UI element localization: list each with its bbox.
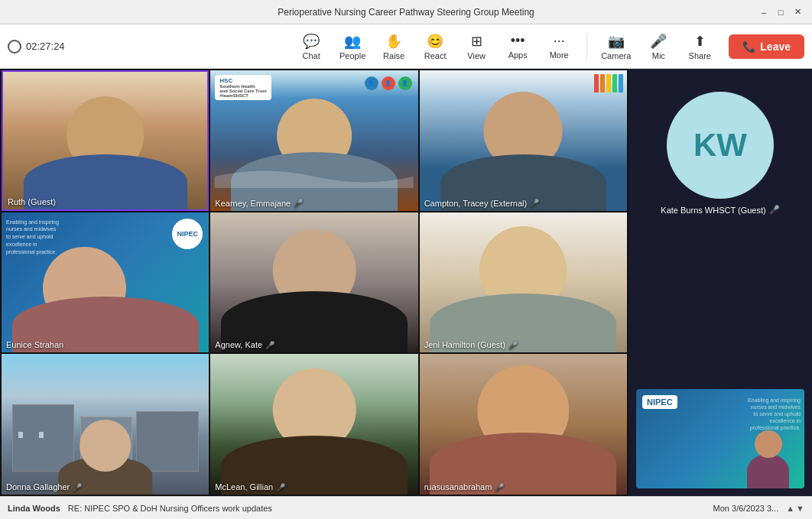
timer-display: 02:27:24 <box>26 41 65 52</box>
video-cell-campton: Campton, Tracey (External) 🎤 <box>420 70 627 211</box>
meeting-timer: 02:27:24 <box>8 40 65 54</box>
video-cell-ruasusana: ruasusanabraham 🎤 <box>420 354 627 495</box>
video-cell-agnew: Agnew, Kate 🎤 <box>210 212 417 353</box>
react-button[interactable]: 😊 React <box>415 28 455 66</box>
title-bar: Perioperative Nursing Career Pathway Ste… <box>0 0 812 24</box>
window-controls: – □ ✕ <box>758 7 803 18</box>
video-area: Ruth (Guest) HSC Southern Healthand Soci… <box>0 69 812 496</box>
view-button[interactable]: ⊞ View <box>456 28 496 66</box>
apps-label: Apps <box>508 50 528 60</box>
video-cell-ruth: Ruth (Guest) <box>2 70 209 211</box>
mic-indicator-agnew: 🎤 <box>265 341 274 349</box>
raise-label: Raise <box>383 51 404 60</box>
mic-button[interactable]: 🎤 Mic <box>638 28 678 66</box>
status-subject: RE: NIPEC SPO & DoH Nursing Officers wor… <box>68 504 706 513</box>
window-title: Perioperative Nursing Career Pathway Ste… <box>278 7 534 18</box>
close-button[interactable]: ✕ <box>792 7 803 18</box>
right-panel: KW Kate Burns WHSCT (Guest) 🎤 NIPEC Enab… <box>628 69 812 496</box>
people-button[interactable]: 👥 People <box>333 28 372 66</box>
mic-icon: 🎤 <box>650 33 667 50</box>
video-cell-jeni: Jeni Hamilton (Guest) 🎤 <box>420 212 627 353</box>
participant-label-donna: Donna.Gallagher 🎤 <box>6 482 82 491</box>
chat-icon: 💬 <box>303 33 320 50</box>
leave-label: Leave <box>760 41 791 53</box>
status-date: Mon 3/6/2023 3... <box>713 504 779 513</box>
participant-label-campton: Campton, Tracey (External) 🎤 <box>424 199 540 208</box>
mic-label: Mic <box>652 51 665 60</box>
react-icon: 😊 <box>427 33 443 50</box>
view-label: View <box>467 51 486 60</box>
status-next-arrow[interactable]: ▼ <box>796 504 804 513</box>
video-cell-donna: Donna.Gallagher 🎤 <box>2 354 209 495</box>
apps-button[interactable]: ••• Apps <box>498 28 538 66</box>
people-icon: 👥 <box>344 33 361 50</box>
raise-icon: ✋ <box>385 33 402 50</box>
video-grid: Ruth (Guest) HSC Southern Healthand Soci… <box>0 69 628 496</box>
mic-indicator-mclean: 🎤 <box>276 483 285 491</box>
status-arrows: ▲ ▼ <box>786 504 804 513</box>
mic-indicator-ruasusana: 🎤 <box>495 483 504 491</box>
maximize-button[interactable]: □ <box>775 7 786 18</box>
raise-button[interactable]: ✋ Raise <box>374 28 414 66</box>
kw-avatar: KW <box>667 92 774 199</box>
video-cell-kearney: HSC Southern Healthand Social Care Trust… <box>210 70 417 211</box>
participant-label-agnew: Agnew, Kate 🎤 <box>215 340 274 349</box>
chat-button[interactable]: 💬 Chat <box>291 28 331 66</box>
participant-label-ruasusana: ruasusanabraham 🎤 <box>424 482 505 491</box>
timer-icon <box>8 40 21 54</box>
view-icon: ⊞ <box>471 33 482 50</box>
chat-label: Chat <box>303 51 320 60</box>
status-bar: Linda Woods RE: NIPEC SPO & DoH Nursing … <box>0 496 812 519</box>
share-icon: ⬆ <box>694 33 706 50</box>
react-label: React <box>424 51 447 60</box>
more-icon: ··· <box>554 33 565 49</box>
video-cell-mclean: McLean, Gillian 🎤 <box>210 354 417 495</box>
presenter-nipec-logo: NIPEC <box>642 395 677 409</box>
mic-indicator-donna: 🎤 <box>73 483 82 491</box>
mic-indicator-kearney: 🎤 <box>294 199 303 207</box>
more-label: More <box>550 50 569 60</box>
share-label: Share <box>689 51 711 60</box>
apps-icon: ••• <box>511 33 525 49</box>
status-prev-arrow[interactable]: ▲ <box>786 504 794 513</box>
share-button[interactable]: ⬆ Share <box>680 28 719 66</box>
participant-label-mclean: McLean, Gillian 🎤 <box>215 482 285 491</box>
participant-label-ruth: Ruth (Guest) <box>8 197 56 206</box>
kw-participant-label: Kate Burns WHSCT (Guest) 🎤 <box>661 205 779 215</box>
phone-end-icon: 📞 <box>742 41 755 53</box>
participant-label-eunice: Eunice Strahan <box>6 340 63 349</box>
leave-button[interactable]: 📞 Leave <box>729 34 804 59</box>
mic-indicator-campton: 🎤 <box>530 199 539 207</box>
status-sender: Linda Woods <box>8 504 60 513</box>
mic-indicator-jeni: 🎤 <box>508 341 518 349</box>
video-cell-eunice: NIPEC Enabling and inspiringnurses and m… <box>2 212 209 353</box>
divider <box>586 33 587 60</box>
camera-label: Camera <box>601 51 631 60</box>
minimize-button[interactable]: – <box>758 7 769 18</box>
more-button[interactable]: ··· More <box>539 28 579 66</box>
camera-icon: 📷 <box>608 33 625 50</box>
people-label: People <box>339 51 365 60</box>
participant-label-jeni: Jeni Hamilton (Guest) 🎤 <box>424 340 518 349</box>
presenter-tile: NIPEC Enabling and inspiringnurses and m… <box>636 389 804 488</box>
kw-mic-icon: 🎤 <box>769 205 780 215</box>
participant-label-kearney: Kearney, Emmajane 🎤 <box>215 199 303 208</box>
camera-button[interactable]: 📷 Camera <box>595 28 637 66</box>
toolbar: 02:27:24 💬 Chat 👥 People ✋ Raise 😊 React… <box>0 24 812 69</box>
